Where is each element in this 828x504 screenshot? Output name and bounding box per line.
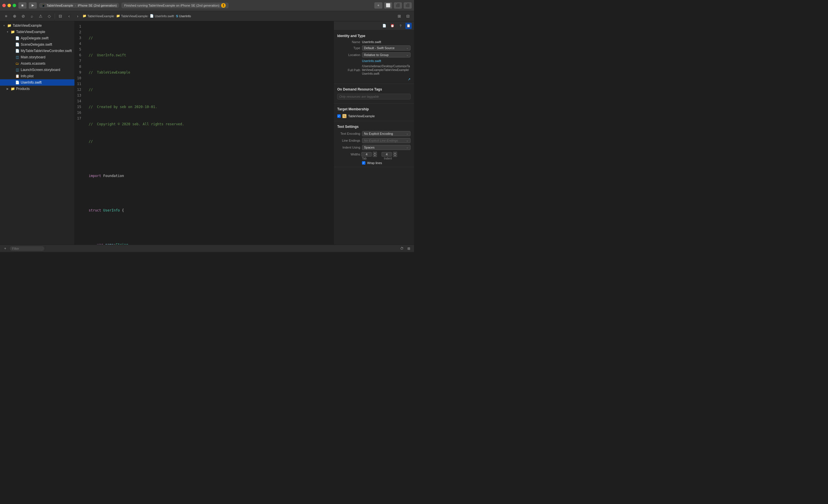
sidebar-item-root[interactable]: ▾ 📁 TableViewExample — [0, 22, 75, 29]
stop-button[interactable]: ■ — [18, 2, 27, 9]
encoding-dropdown[interactable]: No Explicit Encoding ⌄ — [362, 131, 411, 136]
sort-btn[interactable]: ⏱ — [399, 246, 405, 251]
encoding-value: No Explicit Encoding — [364, 132, 393, 135]
indent-value: Spaces — [364, 146, 375, 149]
file-label-mainstoryboard: Main.storyboard — [21, 55, 72, 59]
sidebar-item-launchscreen[interactable]: ▾ ◫ LaunchScreen.storyboard — [0, 67, 75, 73]
sidebar-item-userinfo[interactable]: ▾ 📄 UserInfo.swift — [0, 79, 75, 86]
breadcrumb-label-2: TableViewExample — [121, 14, 148, 18]
breadcrumb-item-1[interactable]: 📁 TableViewExample — [83, 14, 114, 18]
wrap-lines-checkbox[interactable]: ✓ — [362, 161, 365, 165]
scheme-selector[interactable]: 📱 TableViewExample › iPhone SE (2nd gene… — [39, 3, 119, 8]
scheme-icon: 📱 — [41, 3, 45, 7]
indent-width-input[interactable] — [381, 152, 392, 156]
tags-input[interactable]: Only resources are taggable — [337, 94, 411, 99]
add-file-btn[interactable]: + — [2, 246, 8, 251]
lineendings-label: Line Endings — [337, 139, 360, 142]
run-button[interactable]: ▶ — [29, 2, 37, 9]
main-layout: ▾ 📁 TableViewExample ▾ 📁 TableViewExampl… — [0, 21, 414, 244]
fullscreen-button[interactable] — [13, 4, 16, 7]
filter-input[interactable] — [10, 246, 44, 251]
indent-col-label: Indent — [384, 157, 392, 160]
indent-stepper-up[interactable]: ▲ — [393, 152, 397, 154]
line-num-3: 3 — [77, 35, 83, 41]
folder-icon-2: 📁 — [116, 14, 120, 18]
inspector-icon-file-active[interactable]: 📋 — [405, 23, 412, 29]
inspector-icon-question[interactable]: ? — [397, 23, 404, 29]
file-label-userinfo: UserInfo.swift — [21, 81, 72, 85]
location-dropdown[interactable]: Relative to Group ⌄ — [362, 52, 411, 57]
utilities-toggle[interactable]: ⊟ — [404, 13, 412, 19]
indent-dropdown[interactable]: Spaces ⌄ — [362, 145, 411, 150]
add-button[interactable]: + — [374, 2, 382, 9]
lineendings-dropdown[interactable]: No Explicit Line Endings ⌄ — [362, 138, 411, 143]
inspector-row-file: UserInfo.swift — [337, 59, 411, 63]
layout-button-3[interactable]: ⬛ — [404, 2, 412, 9]
plist-file-icon: 📋 — [15, 74, 19, 78]
breadcrumb-sep-3: › — [174, 14, 175, 17]
sidebar-toggle[interactable]: ≡ — [2, 13, 10, 19]
toggle-btn[interactable]: ⊞ — [406, 246, 412, 251]
inspector-row-encoding: Text Encoding No Explicit Encoding ⌄ — [337, 131, 411, 136]
line-num-2: 2 — [77, 29, 83, 35]
new-file-btn[interactable]: ⊕ — [11, 13, 18, 19]
inspector-icon-clock[interactable]: ⏰ — [389, 23, 396, 29]
tab-indent-labels: Tab Indent — [337, 157, 411, 160]
sidebar-item-mytablevc[interactable]: ▾ 📄 MyTableTableViewController.swift — [0, 48, 75, 54]
inspector-icon-file[interactable]: 📄 — [381, 23, 387, 29]
warning-badge[interactable]: 1 — [221, 3, 226, 8]
tab-stepper-up[interactable]: ▲ — [373, 152, 377, 154]
titlebar: ■ ▶ 📱 TableViewExample › iPhone SE (2nd … — [0, 0, 414, 11]
tab-width-control: ▲ ▼ — [361, 152, 377, 157]
fullpath-arrow-icon[interactable]: ↗ — [408, 77, 411, 81]
location-value: Relative to Group — [364, 53, 389, 57]
code-content[interactable]: // // UserInfo.swift // TableViewExample… — [86, 21, 333, 244]
type-dropdown[interactable]: Default - Swift Source ⌄ — [362, 45, 411, 51]
line-num-13: 13 — [77, 93, 83, 98]
code-line-1: // — [86, 35, 333, 41]
sidebar-item-mainstoryboard[interactable]: ▾ ◫ Main.storyboard — [0, 54, 75, 60]
file-link[interactable]: UserInfo.swift — [362, 59, 411, 63]
breadcrumb-item-4[interactable]: S UserInfo — [176, 14, 191, 18]
forward-btn[interactable]: › — [74, 13, 81, 19]
layout-button-1[interactable]: ⬜ — [384, 2, 392, 9]
minimize-button[interactable] — [7, 4, 11, 7]
widths-section: Widths ▲ ▼ ▲ ▼ — [337, 152, 411, 160]
sidebar-item-appdelegate[interactable]: ▾ 📄 AppDelegate.swift — [0, 35, 75, 41]
line-num-15: 15 — [77, 104, 83, 110]
tab-width-input[interactable] — [361, 152, 372, 156]
indent-stepper-down[interactable]: ▼ — [393, 154, 397, 157]
file-icon-1: 📄 — [150, 14, 154, 18]
split-view-btn[interactable]: ⊟ — [57, 13, 64, 19]
fullpath-label: Full Path — [337, 68, 360, 72]
sidebar-item-scenedelegate[interactable]: ▾ 📄 SceneDelegate.swift — [0, 41, 75, 48]
layout-button-2[interactable]: ⬛ — [394, 2, 402, 9]
section-title-identity: Identity and Type — [337, 34, 411, 38]
tab-stepper-down[interactable]: ▼ — [373, 154, 377, 157]
device-name: iPhone SE (2nd generation) — [78, 4, 117, 7]
file-tree: ▾ 📁 TableViewExample ▾ 📁 TableViewExampl… — [0, 21, 75, 244]
sidebar-item-products[interactable]: ▶ 📁 Products — [0, 86, 75, 92]
editor-area[interactable]: 1 2 3 4 5 6 7 8 9 10 11 12 13 14 15 16 1… — [75, 21, 333, 244]
filter-btn[interactable]: ⊘ — [19, 13, 27, 19]
code-line-8 — [86, 156, 333, 162]
bottom-right-controls: ⏱ ⊞ — [399, 246, 412, 251]
inspector-toggle[interactable]: ⊞ — [396, 13, 403, 19]
sidebar-item-assets[interactable]: ▾ 🗂 Assets.xcassets — [0, 60, 75, 67]
warning-btn[interactable]: ⚠ — [37, 13, 44, 19]
fullpath-value: /Users/sebmac/Desktop/CustomizeTableView… — [362, 64, 411, 76]
line-num-8: 8 — [77, 64, 83, 70]
swift-file-icon: 📄 — [15, 36, 19, 40]
inspector-row-lineendings: Line Endings No Explicit Line Endings ⌄ — [337, 138, 411, 143]
back-btn[interactable]: ‹ — [65, 13, 73, 19]
close-button[interactable] — [2, 4, 6, 7]
breadcrumb-item-2[interactable]: 📁 TableViewExample — [116, 14, 148, 18]
target-checkbox[interactable]: ✓ — [337, 114, 341, 118]
bookmark-btn[interactable]: ◇ — [45, 13, 53, 19]
inspector-section-identity: Identity and Type Name UserInfo.swift Ty… — [334, 31, 414, 84]
sidebar-item-tableviewexample[interactable]: ▾ 📁 TableViewExample — [0, 29, 75, 35]
find-btn[interactable]: ⌕ — [28, 13, 36, 19]
code-line-5: // Created by seb on 2020-10-01. — [86, 104, 333, 110]
breadcrumb-item-3[interactable]: 📄 UserInfo.swift — [150, 14, 174, 18]
sidebar-item-infoplist[interactable]: ▾ 📋 Info.plist — [0, 73, 75, 79]
